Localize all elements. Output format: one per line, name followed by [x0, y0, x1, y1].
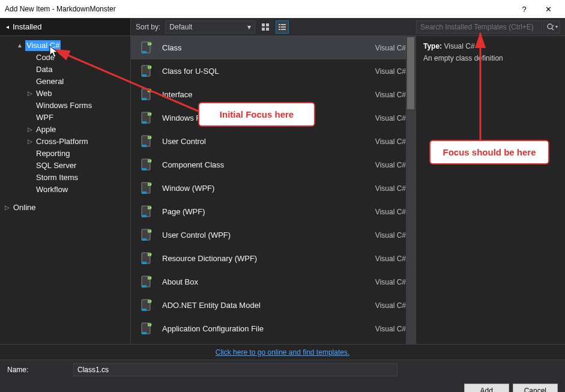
tree-item-data[interactable]: Data: [0, 64, 130, 76]
svg-text:C#: C#: [148, 276, 152, 280]
tree-item-storm-items[interactable]: Storm Items: [0, 172, 130, 184]
svg-text:C#: C#: [148, 229, 152, 233]
template-row[interactable]: C#Class for U-SQLVisual C#: [131, 59, 415, 83]
dropdown-arrow-icon: ▾: [555, 24, 558, 29]
tree-item-wpf[interactable]: WPF: [0, 112, 130, 124]
template-name: User Control (WPF): [162, 231, 375, 240]
tree-item-windows-forms[interactable]: Windows Forms: [0, 100, 130, 112]
chevron-down-icon: ▾: [247, 23, 251, 31]
close-button[interactable]: ✕: [536, 0, 560, 18]
cancel-button[interactable]: Cancel: [513, 384, 558, 392]
scrollbar-track[interactable]: [406, 36, 415, 344]
file-icon: C#: [138, 204, 155, 220]
svg-rect-23: [142, 98, 147, 100]
tree-online[interactable]: ▷ Online: [0, 202, 130, 214]
svg-rect-19: [142, 74, 147, 77]
name-row: Name:: [0, 360, 565, 379]
list-icon: [278, 23, 286, 31]
scrollbar-thumb[interactable]: [407, 37, 414, 109]
template-row[interactable]: C#Application Configuration FileVisual C…: [131, 317, 415, 340]
file-icon: C#: [138, 180, 155, 197]
file-icon: C#: [138, 110, 155, 127]
tree-item-label: Windows Forms: [36, 100, 92, 111]
tree-item-cross-platform[interactable]: ▷Cross-Platform: [0, 136, 130, 148]
template-lang: Visual C#: [375, 91, 406, 99]
tree-item-label: Web: [36, 88, 52, 99]
template-row[interactable]: C#ClassVisual C#: [131, 36, 415, 59]
svg-text:C#: C#: [148, 206, 152, 210]
svg-text:C#: C#: [148, 182, 152, 186]
template-row[interactable]: C#Window (WPF)Visual C#: [131, 176, 415, 200]
main-area: ▲Visual C#CodeDataGeneral▷WebWindows For…: [0, 36, 565, 344]
tree-item-reporting[interactable]: Reporting: [0, 148, 130, 160]
online-templates-link[interactable]: Click here to go online and find templat…: [216, 348, 349, 357]
expander-icon: ▷: [5, 202, 12, 213]
name-input[interactable]: [73, 363, 397, 376]
template-row[interactable]: C#ADO.NET Entity Data ModelVisual C#: [131, 294, 415, 317]
category-tree: ▲Visual C#CodeDataGeneral▷WebWindows For…: [0, 36, 131, 344]
template-lang: Visual C#: [375, 325, 406, 333]
svg-rect-5: [281, 24, 286, 25]
tree-item-label: Reporting: [36, 148, 70, 159]
template-description: An empty class definition: [423, 54, 558, 62]
template-lang: Visual C#: [375, 278, 406, 286]
template-name: Page (WPF): [162, 207, 375, 216]
tree-item-label: Code: [36, 52, 55, 63]
expander-icon: ▷: [28, 88, 35, 99]
tree-item-workflow[interactable]: Workflow: [0, 184, 130, 196]
tree-item-code[interactable]: Code: [0, 52, 130, 64]
help-button[interactable]: ?: [512, 0, 536, 18]
template-name: Component Class: [162, 160, 375, 169]
tree-item-web[interactable]: ▷Web: [0, 88, 130, 100]
template-list[interactable]: C#ClassVisual C#C#Class for U-SQLVisual …: [131, 36, 415, 344]
tree-item-visual-c-[interactable]: ▲Visual C#: [0, 40, 130, 52]
tree-item-label: Data: [36, 64, 52, 75]
template-row[interactable]: C#User ControlVisual C#: [131, 130, 415, 153]
view-list-button[interactable]: [276, 20, 289, 34]
svg-point-10: [548, 24, 552, 29]
svg-text:C#: C#: [148, 136, 152, 139]
svg-rect-15: [142, 51, 147, 53]
template-row[interactable]: C#User Control (WPF)Visual C#: [131, 223, 415, 247]
svg-rect-27: [142, 121, 147, 124]
sort-bar: Sort by: Default ▾ ▾: [131, 18, 565, 35]
svg-text:C#: C#: [148, 42, 152, 46]
template-name: Class: [162, 43, 375, 52]
tree-item-label: Storm Items: [36, 172, 78, 183]
file-icon: C#: [138, 157, 155, 173]
template-row[interactable]: C#Page (WPF)Visual C#: [131, 200, 415, 223]
template-name: Resource Dictionary (WPF): [162, 254, 375, 263]
view-grid-button[interactable]: [259, 20, 272, 34]
search-input[interactable]: [416, 20, 542, 34]
template-name: User Control: [162, 137, 375, 146]
svg-text:C#: C#: [148, 89, 152, 92]
template-row[interactable]: C#Component ClassVisual C#: [131, 153, 415, 176]
window-title: Add New Item - MarkdownMonster: [5, 5, 512, 13]
svg-rect-7: [281, 26, 286, 28]
svg-rect-35: [142, 168, 147, 170]
expander-icon: ▷: [28, 124, 35, 135]
tree-item-label: General: [36, 76, 64, 87]
installed-tab[interactable]: ◂ Installed: [0, 18, 131, 35]
tree-item-apple[interactable]: ▷Apple: [0, 124, 130, 136]
annotation-focus-should-be: Focus should be here: [429, 140, 549, 164]
tree-item-label: Cross-Platform: [36, 136, 88, 147]
sort-label: Sort by:: [136, 23, 160, 31]
name-label: Name:: [7, 366, 73, 374]
sort-dropdown[interactable]: Default ▾: [165, 20, 255, 34]
template-lang: Visual C#: [375, 255, 406, 263]
svg-line-11: [552, 28, 554, 30]
svg-rect-51: [142, 262, 147, 264]
tree-item-label: Workflow: [36, 184, 68, 195]
tree-item-sql-server[interactable]: SQL Server: [0, 160, 130, 172]
search-button[interactable]: ▾: [543, 20, 560, 34]
tree-item-general[interactable]: General: [0, 76, 130, 88]
file-icon: C#: [138, 63, 155, 80]
svg-rect-3: [266, 28, 269, 31]
template-row[interactable]: C#Resource Dictionary (WPF)Visual C#: [131, 247, 415, 270]
svg-rect-63: [142, 332, 147, 334]
add-button[interactable]: Add: [464, 384, 509, 392]
file-icon: C#: [138, 250, 155, 267]
template-row[interactable]: C#About BoxVisual C#: [131, 270, 415, 294]
tree-item-label: Visual C#: [25, 40, 61, 51]
